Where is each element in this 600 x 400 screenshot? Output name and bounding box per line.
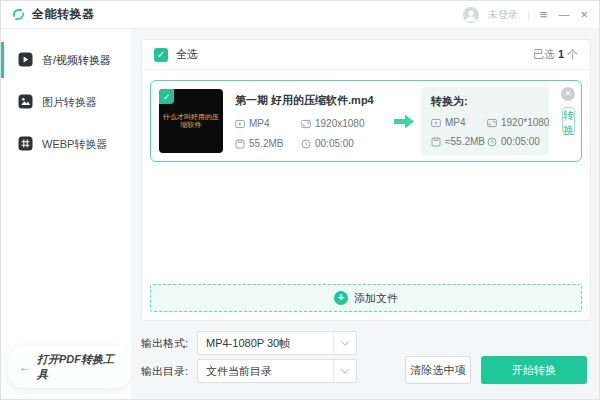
login-status[interactable]: 未登录: [488, 8, 518, 22]
video-thumbnail[interactable]: ✓ 什么才叫好用的压缩软件: [159, 89, 223, 153]
target-duration: 00:05:00: [487, 136, 549, 147]
file-size-icon: [431, 137, 441, 147]
output-directory-label: 输出目录:: [141, 364, 197, 379]
video-format-icon: [235, 119, 245, 129]
file-size-icon: [235, 139, 245, 149]
plus-icon: +: [334, 291, 348, 305]
convert-to-label: 转换为:: [431, 94, 539, 109]
titlebar: 全能转换器 未登录 | ≡ — ×: [1, 1, 599, 29]
app-title: 全能转换器: [32, 6, 95, 23]
pdf-tool-label: 打开PDF转换工具: [37, 352, 118, 382]
webp-converter-icon: [18, 136, 33, 153]
convert-button[interactable]: 转换: [562, 107, 575, 135]
target-file-info: 转换为: MP4: [421, 87, 549, 155]
source-duration: 00:05:00: [301, 138, 387, 149]
source-file-info: 第一期 好用的压缩软件.mp4 MP4: [235, 93, 387, 149]
output-format-value: MP4-1080P 30帧: [206, 336, 290, 351]
file-list-panel: ✓ 全选 已选1个 ✓ 什么才叫好用的压缩软件 第一期 好用的压缩软件.mp4: [141, 39, 591, 321]
sidebar-item-label: 音/视频转换器: [42, 53, 111, 68]
file-name: 第一期 好用的压缩软件.mp4: [235, 93, 387, 108]
output-directory-value: 文件当前目录: [206, 364, 272, 379]
clock-icon: [301, 139, 311, 149]
back-arrow-icon: ←: [19, 360, 31, 374]
output-format-label: 输出格式:: [141, 336, 197, 351]
chevron-down-icon: [333, 332, 356, 354]
clock-icon: [487, 137, 497, 147]
list-header: ✓ 全选 已选1个: [142, 40, 590, 70]
target-format: MP4: [431, 117, 487, 128]
sidebar-item-av-converter[interactable]: 音/视频转换器: [1, 39, 131, 81]
video-converter-icon: [18, 52, 33, 69]
image-converter-icon: [18, 94, 33, 111]
sidebar-item-label: WEBP转换器: [42, 137, 107, 152]
check-icon: ✓: [157, 49, 165, 60]
sidebar: 音/视频转换器 图片转换器: [1, 29, 131, 399]
minimize-icon[interactable]: —: [557, 9, 570, 20]
source-format: MP4: [235, 118, 301, 129]
sidebar-item-image-converter[interactable]: 图片转换器: [1, 81, 131, 123]
sidebar-item-webp-converter[interactable]: WEBP转换器: [1, 123, 131, 165]
output-directory-row: 输出目录: 文件当前目录: [141, 359, 357, 383]
start-convert-button[interactable]: 开始转换: [481, 356, 587, 384]
resolution-icon: [487, 118, 497, 128]
main-area: ✓ 全选 已选1个 ✓ 什么才叫好用的压缩软件 第一期 好用的压缩软件.mp4: [131, 29, 599, 399]
list-empty-space: [142, 162, 590, 284]
resolution-icon: [301, 119, 311, 129]
open-pdf-tool-button[interactable]: ← 打开PDF转换工具: [8, 346, 131, 388]
output-format-row: 输出格式: MP4-1080P 30帧: [141, 331, 357, 355]
remove-file-icon[interactable]: ×: [561, 87, 575, 101]
close-icon[interactable]: ×: [579, 8, 589, 21]
menu-icon[interactable]: ≡: [539, 8, 549, 21]
thumbnail-caption: 什么才叫好用的压缩软件: [159, 113, 223, 129]
video-format-icon: [431, 118, 441, 128]
target-size: ≈55.2MB: [431, 136, 487, 147]
app-window: 全能转换器 未登录 | ≡ — ×: [0, 0, 600, 400]
sidebar-item-label: 图片转换器: [42, 95, 97, 110]
select-all-checkbox[interactable]: ✓: [154, 48, 168, 62]
source-size: 55.2MB: [235, 138, 301, 149]
selected-count-value: 1: [558, 48, 564, 60]
user-avatar-icon[interactable]: [463, 7, 479, 23]
source-resolution: 1920x1080: [301, 118, 387, 129]
target-resolution: 1920*1080: [487, 117, 549, 128]
output-directory-select[interactable]: 文件当前目录: [197, 359, 357, 383]
add-files-dropzone[interactable]: + 添加文件: [150, 284, 582, 312]
select-all-label[interactable]: 全选: [176, 47, 198, 62]
clear-selected-button[interactable]: 清除选中项: [405, 356, 471, 384]
titlebar-separator: |: [527, 9, 530, 21]
convert-arrow-icon: [392, 113, 416, 130]
file-checkbox[interactable]: ✓: [159, 89, 174, 104]
chevron-down-icon: [333, 360, 356, 382]
check-icon: ✓: [163, 92, 171, 102]
add-files-label: 添加文件: [354, 291, 398, 306]
file-card: ✓ 什么才叫好用的压缩软件 第一期 好用的压缩软件.mp4 MP4: [150, 80, 582, 162]
selected-count-text: 已选1个: [533, 47, 578, 62]
output-format-select[interactable]: MP4-1080P 30帧: [197, 331, 357, 355]
app-logo-icon: [11, 7, 26, 22]
